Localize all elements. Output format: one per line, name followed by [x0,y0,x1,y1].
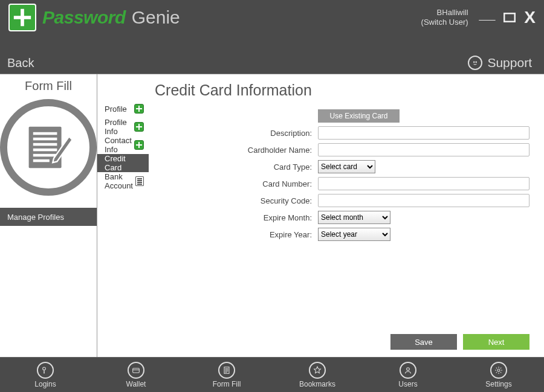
title-bar: Password Genie BHalliwill (Switch User) … [0,0,544,35]
key-icon [37,362,54,379]
nav-users[interactable]: Users [363,358,453,392]
svg-point-10 [43,367,46,370]
nav-label: Bookmarks [299,380,335,388]
svg-point-13 [407,367,410,370]
next-button[interactable]: Next [463,334,529,350]
page-title: Credit Card Information [155,82,529,99]
support-button[interactable]: Support [468,56,532,70]
nav-bookmarks[interactable]: Bookmarks [272,358,363,392]
sub-bar: Back Support [0,35,544,74]
nav-label: Users [398,380,417,388]
form-sections-nav: Profile Profile Info Contact Info Credit… [97,74,149,357]
plus-icon [134,140,144,150]
svg-rect-11 [133,368,140,372]
manage-profiles-button[interactable]: Manage Profiles [0,208,97,226]
plus-icon [134,104,144,114]
label-description: Description: [155,129,318,138]
nav-label: Logins [34,380,56,388]
nav-item-bank-account[interactable]: Bank Account [97,172,149,190]
label-security-code: Security Code: [155,196,318,205]
back-button[interactable]: Back [7,56,34,70]
cardholder-input[interactable] [318,143,529,156]
support-label: Support [487,56,532,70]
nav-logins[interactable]: Logins [0,358,91,392]
star-icon [309,362,326,379]
nav-label: Form Fill [213,380,241,388]
label-cardholder: Cardholder Name: [155,146,318,155]
minimize-button[interactable]: __ [479,5,496,22]
gear-icon [490,362,507,379]
wallet-icon [128,362,144,379]
user-icon [400,362,416,379]
window-controls: __ X [479,8,536,27]
form-icon [218,362,235,379]
main-area: Form Fill Manage Profiles Profile [0,74,544,357]
user-block: BHalliwill (Switch User) [421,8,468,28]
nav-wallet[interactable]: Wallet [91,358,181,392]
svg-rect-5 [33,138,57,141]
svg-point-14 [497,369,500,371]
svg-rect-0 [504,13,515,22]
sidebar-illustration [0,95,97,208]
card-type-select[interactable]: Select card [318,160,375,173]
app-brand-1: Password [42,7,126,28]
content-panel: Credit Card Information Use Existing Car… [149,74,544,357]
nav-item-profile[interactable]: Profile [97,100,149,118]
bottom-nav: Logins Wallet Form Fill Bookmarks Users … [0,357,544,392]
svg-rect-7 [33,149,57,152]
svg-point-1 [474,62,474,62]
nav-label: Wallet [126,380,146,388]
username-label: BHalliwill [421,8,468,18]
label-card-type: Card Type: [155,162,318,172]
app-brand-2: Genie [132,7,180,28]
nav-form-fill[interactable]: Form Fill [181,358,272,392]
svg-point-2 [476,62,476,62]
nav-label: Contact Info [105,136,134,154]
label-expire-month: Expire Month: [155,213,318,222]
nav-item-profile-info[interactable]: Profile Info [97,118,149,136]
expire-year-select[interactable]: Select year [318,228,390,241]
action-row: Save Next [155,334,529,357]
list-icon [135,176,144,186]
expire-month-select[interactable]: Select month [318,211,390,224]
label-expire-year: Expire Year: [155,230,318,239]
nav-label: Credit Card [105,154,144,172]
support-icon [468,56,482,70]
sidebar-title: Form Fill [0,74,97,95]
nav-item-credit-card[interactable]: Credit Card [97,154,149,172]
card-number-input[interactable] [318,177,529,190]
nav-settings[interactable]: Settings [453,358,544,392]
form-fill-icon [0,99,97,196]
description-input[interactable] [318,126,529,140]
nav-label: Bank Account [105,172,135,190]
svg-rect-9 [33,159,50,162]
nav-label: Settings [485,380,511,388]
switch-user-link[interactable]: (Switch User) [421,18,468,27]
label-card-number: Card Number: [155,179,318,188]
plus-icon [134,122,144,132]
nav-item-contact-info[interactable]: Contact Info [97,136,149,154]
save-button[interactable]: Save [390,334,457,350]
nav-label: Profile [105,104,134,114]
use-existing-card-button[interactable]: Use Existing Card [318,109,400,123]
security-code-input[interactable] [318,194,529,207]
nav-label: Profile Info [105,118,134,136]
sidebar: Form Fill Manage Profiles [0,74,97,357]
svg-rect-4 [33,132,57,135]
close-button[interactable]: X [524,8,536,27]
svg-rect-6 [33,143,57,146]
maximize-button[interactable] [504,9,516,26]
app-logo-icon [8,4,36,31]
svg-rect-8 [33,154,57,156]
